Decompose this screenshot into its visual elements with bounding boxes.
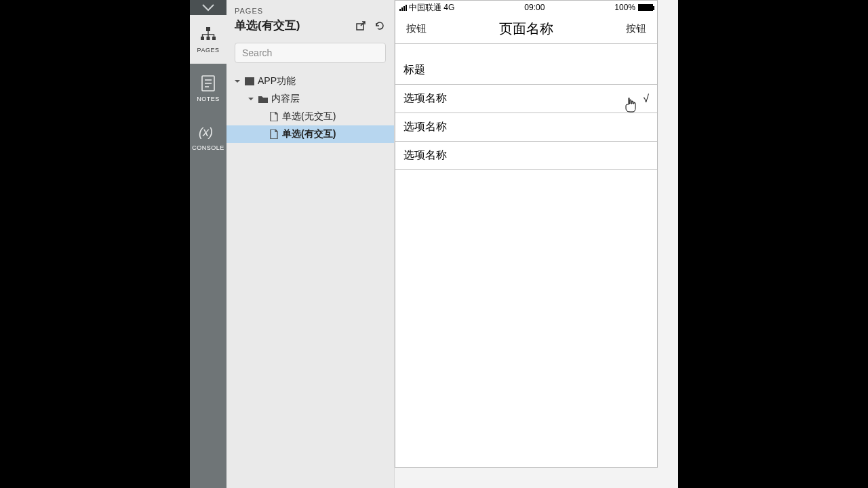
nav-right-button[interactable]: 按钮	[612, 22, 646, 35]
nav-rail: PAGES NOTES (x) CONSOLE	[190, 0, 226, 488]
tree-folder-app[interactable]: APP功能	[226, 73, 394, 90]
tree-label: 内容层	[271, 93, 300, 105]
tree-label: APP功能	[258, 75, 296, 87]
sitemap-icon	[199, 25, 218, 44]
page-tree: APP功能 内容层 单选(无交互) 单选(有交互)	[226, 70, 394, 146]
svg-rect-2	[207, 37, 210, 40]
option-row-2[interactable]: 选项名称	[395, 113, 657, 142]
option-row-3[interactable]: 选项名称	[395, 142, 657, 170]
panel-header: PAGES 单选(有交互)	[226, 0, 394, 37]
tree-label: 单选(有交互)	[282, 128, 336, 140]
panel-title-small: PAGES	[235, 7, 386, 15]
chevron-down-icon	[201, 3, 215, 12]
svg-rect-3	[212, 37, 216, 40]
nav-pages[interactable]: PAGES	[190, 15, 226, 64]
option-label: 选项名称	[403, 92, 447, 106]
phone-frame: 中国联通 4G 09:00 100% 按钮 页面名称 按钮 标题 选项名称 √	[395, 0, 658, 468]
tree-page-nointeract[interactable]: 单选(无交互)	[226, 108, 394, 125]
option-label: 选项名称	[403, 148, 447, 163]
nav-title: 页面名称	[440, 20, 612, 38]
page-icon	[269, 129, 279, 140]
console-icon: (x)	[199, 123, 218, 142]
page-icon	[269, 111, 279, 122]
statusbar: 中国联通 4G 09:00 100%	[395, 1, 657, 14]
pages-panel: PAGES 单选(有交互) APP功能	[226, 0, 395, 488]
section-header: 标题	[395, 56, 657, 85]
page-title: 单选(有交互)	[235, 18, 300, 33]
share-icon	[355, 20, 366, 31]
statusbar-time: 09:00	[454, 3, 614, 12]
nav-label: CONSOLE	[192, 144, 224, 151]
option-label: 选项名称	[403, 120, 447, 134]
notes-icon	[199, 74, 218, 93]
tree-label: 单选(无交互)	[282, 110, 336, 123]
tree-folder-content[interactable]: 内容层	[226, 90, 394, 108]
collapse-toggle[interactable]	[190, 0, 226, 15]
navbar: 按钮 页面名称 按钮	[395, 14, 657, 44]
signal-icon	[399, 4, 407, 11]
nav-console[interactable]: (x) CONSOLE	[190, 113, 226, 161]
tree-page-interact[interactable]: 单选(有交互)	[226, 125, 394, 143]
battery-pct: 100%	[614, 3, 635, 12]
expander-icon[interactable]	[247, 95, 255, 103]
svg-text:(x): (x)	[199, 125, 213, 139]
nav-notes[interactable]: NOTES	[190, 64, 226, 113]
svg-rect-0	[206, 27, 210, 31]
export-button[interactable]	[355, 20, 367, 32]
carrier-label: 中国联通 4G	[409, 2, 454, 14]
folder-icon	[258, 94, 269, 104]
refresh-icon	[374, 20, 385, 31]
nav-label: NOTES	[197, 96, 220, 102]
battery-icon	[638, 4, 653, 11]
nav-label: PAGES	[197, 47, 220, 54]
section-header-label: 标题	[403, 63, 425, 77]
preview-canvas: 中国联通 4G 09:00 100% 按钮 页面名称 按钮 标题 选项名称 √	[395, 0, 678, 488]
expander-icon[interactable]	[233, 77, 241, 85]
nav-left-button[interactable]: 按钮	[406, 22, 440, 35]
svg-rect-1	[201, 37, 204, 40]
folder-icon	[244, 76, 255, 87]
app-root: PAGES NOTES (x) CONSOLE PAGES 单选(有交互)	[190, 0, 678, 488]
checkmark-icon: √	[643, 93, 649, 105]
refresh-button[interactable]	[374, 20, 386, 32]
search-input[interactable]	[235, 43, 386, 63]
option-row-1[interactable]: 选项名称 √	[395, 85, 657, 113]
